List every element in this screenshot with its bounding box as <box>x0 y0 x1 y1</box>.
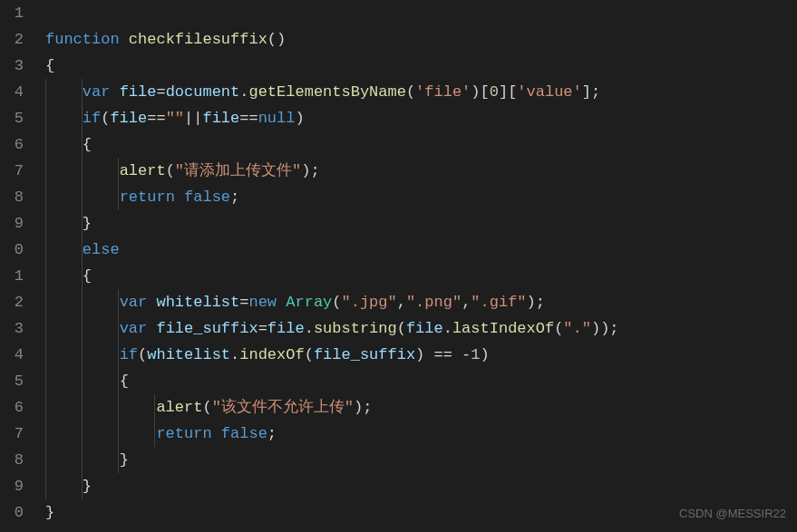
indent-guide <box>118 315 119 342</box>
line-number: 2 <box>0 26 29 53</box>
token-kw: else <box>83 241 120 258</box>
code-editor[interactable]: 12345678901234567890 function checkfiles… <box>0 0 797 532</box>
token-kw: new <box>248 294 286 311</box>
token-pun: ][ <box>499 83 517 101</box>
code-line[interactable]: var whitelist=new Array(".jpg",".png",".… <box>45 289 797 315</box>
token-fn: getElementsByName <box>248 83 405 101</box>
token-id: file <box>110 110 147 127</box>
indent-guide <box>82 421 83 447</box>
token-pun: ( <box>138 346 147 363</box>
indent-guide <box>118 394 119 421</box>
code-text: return false; <box>45 425 277 442</box>
token-kw: if <box>83 110 101 127</box>
indent-guide <box>82 131 83 158</box>
code-area[interactable]: function checkfilesuffix(){ var file=doc… <box>29 0 797 532</box>
code-line[interactable] <box>45 0 797 26</box>
code-line[interactable]: if(file==""||file==null) <box>45 105 797 131</box>
code-line[interactable]: } <box>45 447 797 473</box>
line-number: 3 <box>0 315 29 342</box>
token-bool: false <box>221 425 267 442</box>
code-text: alert("该文件不允许上传"); <box>45 399 372 416</box>
code-text: } <box>45 451 129 469</box>
line-number: 9 <box>0 473 29 499</box>
code-line[interactable]: alert("该文件不允许上传"); <box>45 394 797 421</box>
code-line[interactable]: { <box>45 53 797 79</box>
indent-guide <box>82 342 83 368</box>
code-text: var file=document.getElementsByName('fil… <box>45 83 600 101</box>
code-line[interactable]: var file_suffix=file.substring(file.last… <box>45 315 797 342</box>
token-pun: } <box>45 504 54 521</box>
line-number: 1 <box>0 0 29 26</box>
token-str: "请添加上传文件" <box>175 162 301 179</box>
indent-guide <box>118 421 119 447</box>
indent-guide <box>82 184 83 210</box>
indent-guide <box>118 158 119 184</box>
code-line[interactable]: var file=document.getElementsByName('fil… <box>45 79 797 105</box>
indent-guide <box>154 394 155 421</box>
indent-guide <box>45 237 46 263</box>
line-number: 3 <box>0 53 29 79</box>
token-pun: () <box>267 31 286 48</box>
code-line[interactable]: function checkfilesuffix() <box>45 26 797 53</box>
token-fn: checkfilesuffix <box>129 31 267 48</box>
token-pun: ); <box>301 162 319 179</box>
token-fn: alert <box>120 162 166 179</box>
code-line[interactable]: else <box>45 237 797 263</box>
indent-guide <box>82 315 83 342</box>
token-fn: lastIndexOf <box>452 320 554 337</box>
token-str: "." <box>563 320 591 337</box>
code-text: { <box>45 372 129 390</box>
indent-guide <box>45 447 46 473</box>
token-pun: ( <box>305 346 314 363</box>
token-pun: == <box>147 110 165 127</box>
token-str: "该文件不允许上传" <box>212 399 354 416</box>
indent-guide <box>118 368 119 394</box>
indent-guide <box>45 158 46 184</box>
code-line[interactable]: return false; <box>45 184 797 210</box>
indent-guide <box>82 158 83 184</box>
code-line[interactable]: } <box>45 473 797 499</box>
token-pun: { <box>45 57 54 74</box>
token-cls: Array <box>286 294 332 311</box>
line-number: 5 <box>0 105 29 131</box>
token-id: file <box>120 83 157 101</box>
token-pun: ; <box>267 425 277 442</box>
code-line[interactable]: if(whitelist.indexOf(file_suffix) == -1) <box>45 342 797 368</box>
indent-guide <box>154 421 155 447</box>
token-pun: . <box>230 346 239 363</box>
code-line[interactable]: } <box>45 210 797 237</box>
token-id: file <box>406 320 443 337</box>
token-pun: ); <box>527 294 545 311</box>
indent-guide <box>45 394 46 421</box>
token-pun: } <box>83 215 92 232</box>
token-pun: ) <box>481 346 490 363</box>
indent-guide <box>82 237 83 263</box>
indent-guide <box>82 263 83 289</box>
token-str: 'value' <box>517 83 581 101</box>
indent-guide <box>45 210 46 237</box>
token-str: ".gif" <box>471 294 526 311</box>
token-pun: ( <box>397 320 406 337</box>
code-text: alert("请添加上传文件"); <box>45 162 320 179</box>
code-line[interactable]: return false; <box>45 421 797 447</box>
indent-guide <box>45 368 46 394</box>
watermark-text: CSDN @MESSIR22 <box>679 500 786 527</box>
indent-guide <box>82 473 83 499</box>
code-line[interactable]: { <box>45 131 797 158</box>
token-str: 'file' <box>415 83 471 101</box>
code-text: } <box>45 215 92 232</box>
indent-guide <box>45 263 46 289</box>
indent-guide <box>45 79 46 105</box>
token-pun: } <box>120 451 129 469</box>
code-text: return false; <box>45 189 239 206</box>
token-pun: ]; <box>582 83 600 101</box>
indent-guide <box>45 184 46 210</box>
line-number: 8 <box>0 184 29 210</box>
code-line[interactable]: alert("请添加上传文件"); <box>45 158 797 184</box>
code-line[interactable]: { <box>45 263 797 289</box>
token-id: file_suffix <box>156 320 258 337</box>
token-kw: return <box>120 189 184 206</box>
code-line[interactable]: { <box>45 368 797 394</box>
token-pun: ) <box>295 110 304 127</box>
line-number: 6 <box>0 394 29 421</box>
